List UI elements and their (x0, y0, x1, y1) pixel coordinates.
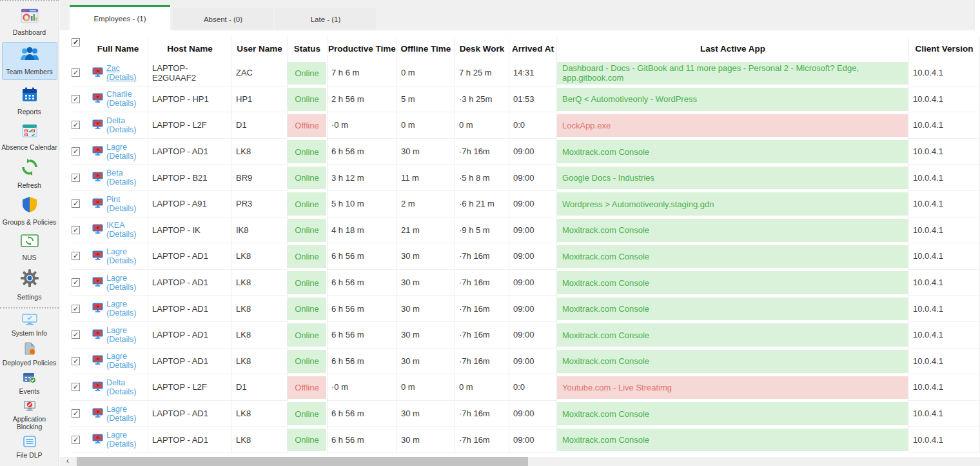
cell-offline-time: 5 m (397, 86, 455, 113)
employee-details-link[interactable]: Delta (Details) (106, 116, 144, 134)
sidebar-item-system-info[interactable]: System Info (0, 314, 59, 337)
employee-details-link[interactable]: Lagre (Details) (106, 352, 144, 370)
row-checkbox[interactable]: ✓ (72, 147, 80, 156)
employee-details-link[interactable]: Pint (Details) (106, 195, 144, 213)
column-header-arrived-at[interactable]: Arrived At (509, 37, 557, 60)
scrollbar-thumb[interactable] (77, 457, 528, 466)
reports-calendar-icon (21, 87, 38, 105)
column-header-full-name[interactable]: Full Name (88, 37, 148, 60)
cell-arrived-at: 0:0 (509, 374, 557, 401)
employee-details-link[interactable]: Lagre (Details) (106, 405, 144, 423)
row-checkbox[interactable]: ✓ (72, 121, 80, 129)
sidebar-item-events[interactable]: Events (0, 372, 59, 395)
column-header-client-version[interactable]: Client Version (909, 37, 980, 60)
tab-late[interactable]: Late - (1) (275, 8, 376, 30)
sidebar-item-groups-policies[interactable]: Groups & Policies (0, 196, 59, 226)
cell-offline-time: 30 m (397, 322, 455, 349)
employee-details-link[interactable]: Lagre (Details) (106, 326, 144, 344)
sidebar-item-settings[interactable]: Settings (0, 268, 59, 301)
cell-status: Online (288, 218, 328, 244)
cell-desk-work: ·7h 16m (455, 139, 509, 165)
row-checkbox[interactable]: ✓ (72, 436, 80, 444)
row-checkbox[interactable]: ✓ (72, 409, 80, 418)
employee-details-link[interactable]: Lagre (Details) (106, 299, 144, 318)
row-checkbox[interactable]: ✓ (72, 383, 80, 391)
row-checkbox[interactable]: ✓ (72, 226, 80, 234)
employee-details-link[interactable]: Lagre (Details) (106, 274, 144, 292)
cell-client-version: 10.0.4.1 (909, 243, 980, 270)
row-checkbox[interactable]: ✓ (72, 330, 80, 339)
cell-last-active-app: Wordpress > Automotiveonly.staging.gdn (557, 191, 909, 218)
row-checkbox[interactable]: ✓ (72, 95, 80, 103)
sidebar-item-reports[interactable]: Reports (0, 87, 59, 116)
row-checkbox[interactable]: ✓ (72, 199, 80, 208)
row-checkbox[interactable]: ✓ (72, 305, 80, 313)
cell-desk-work: ·7h 16m (455, 322, 509, 349)
cell-full-name: Beta (Details) (88, 165, 148, 191)
employee-details-link[interactable]: Lagre (Details) (106, 143, 144, 161)
sidebar-item-refresh[interactable]: Refresh (0, 158, 59, 189)
tab-absent[interactable]: Absent - (0) (173, 8, 273, 30)
sidebar-item-deployed-policies[interactable]: Deployed Policies (0, 342, 59, 367)
employee-details-link[interactable]: Delta (Details) (106, 378, 144, 396)
column-header-host-name[interactable]: Host Name (148, 37, 232, 60)
sidebar-divider (0, 307, 59, 309)
employee-details-link[interactable]: Lagre (Details) (106, 431, 144, 449)
sidebar-item-team-members[interactable]: Team Members (2, 42, 57, 80)
select-all-checkbox[interactable]: ✓ (72, 38, 80, 46)
cell-host-name: LAPTOP - AD1 (148, 349, 232, 375)
cell-user-name: IK8 (232, 218, 288, 244)
tab-employees[interactable]: Employees - (1) (70, 5, 170, 30)
employee-details-link[interactable]: Charlie (Details) (106, 90, 144, 108)
cell-full-name: Pint (Details) (88, 191, 148, 218)
scroll-left-arrow-icon[interactable]: ‹ (63, 457, 73, 466)
column-header-user-name[interactable]: User Name (232, 37, 288, 60)
column-header-offline-time[interactable]: Offline Time (397, 37, 455, 60)
cell-desk-work: ·3 h 25m (455, 86, 509, 113)
horizontal-scrollbar[interactable]: ‹ (60, 457, 980, 466)
sidebar-item-label: Absence Calendar (1, 143, 57, 151)
monitor-icon (92, 67, 103, 79)
cell-status: Online (288, 349, 328, 375)
column-header-productive-time[interactable]: Productive Time (328, 37, 397, 60)
employee-details-link[interactable]: Beta (Details) (106, 168, 144, 187)
cell-productive-time: 4 h 18 m (328, 218, 397, 244)
cell-productive-time: 7 h 6 m (328, 60, 397, 86)
column-header-desk-work[interactable]: Desk Work (455, 37, 509, 60)
cell-status: Online (288, 322, 328, 349)
cell-last-active-app: Moxitrack.com Console (557, 270, 909, 296)
sidebar-item-file-dlp[interactable]: File DLP (0, 436, 59, 459)
cell-host-name: LAPTOP - AD1 (148, 296, 232, 322)
cell-user-name: D1 (232, 374, 288, 401)
status-badge: Online (288, 245, 326, 268)
table-row: ✓ Zac (Details) LAPTOP-E2GUAAF2 ZAC Onli… (70, 60, 980, 86)
cell-last-active-app: LockApp.exe (557, 112, 909, 139)
sidebar-item-label: Events (19, 387, 39, 395)
cell-host-name: LAPTOP - IK (148, 218, 232, 244)
column-header-last-active-app[interactable]: Last Active App (557, 37, 909, 60)
row-checkbox[interactable]: ✓ (72, 357, 80, 365)
cell-client-version: 10.0.4.1 (909, 427, 980, 453)
cell-user-name: LK8 (232, 349, 288, 375)
row-checkbox[interactable]: ✓ (72, 252, 80, 260)
cell-arrived-at: 0:0 (509, 112, 557, 139)
employee-details-link[interactable]: Zac (Details) (106, 64, 144, 82)
cell-desk-work: ·6 h 21 m (455, 191, 509, 218)
sidebar-item-label: System Info (12, 329, 47, 337)
sidebar-item-dashboard[interactable]: Dashboard (0, 8, 59, 36)
cell-arrived-at: 09:00 (509, 349, 557, 375)
cell-offline-time: 30 m (397, 401, 455, 427)
row-checkbox[interactable]: ✓ (72, 174, 80, 182)
sidebar-item-nus[interactable]: NUS (0, 233, 59, 261)
employee-details-link[interactable]: IKEA (Details) (106, 221, 144, 239)
sidebar-item-application-blocking[interactable]: Application Blocking (0, 400, 59, 431)
employees-table: ✓ Full Name Host Name User Name Status P… (60, 30, 980, 457)
cell-full-name: Lagre (Details) (88, 322, 148, 349)
cell-productive-time: ·0 m (328, 112, 397, 139)
employee-details-link[interactable]: Lagre (Details) (106, 247, 144, 265)
column-header-status[interactable]: Status (288, 37, 328, 60)
row-checkbox[interactable]: ✓ (72, 68, 80, 77)
monitor-icon (92, 277, 103, 289)
sidebar-item-absence-calendar[interactable]: Absence Calendar (0, 123, 59, 151)
row-checkbox[interactable]: ✓ (72, 278, 80, 287)
